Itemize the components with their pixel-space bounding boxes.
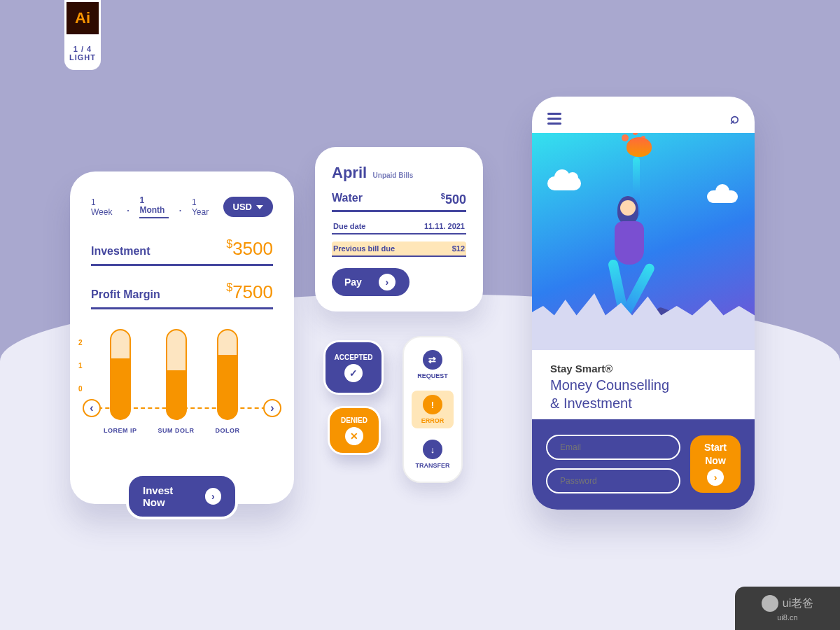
y-axis-ticks: 2 1 0 [78,339,83,393]
chevron-down-icon [256,205,263,209]
bill-main-row: Water $500 [332,192,466,212]
close-icon: ✕ [345,427,363,445]
bar-2 [166,329,187,420]
transfer-badge[interactable]: ↓ TRANSFER [416,440,450,469]
time-range-tabs: 1 Week . 1 Month . 1 Year USD [91,195,273,218]
investment-stat: Investment $3500 [91,238,273,266]
watermark-logo-icon [762,595,778,612]
stat-value: 3500 [232,238,273,259]
piggy-bank-icon [626,137,652,157]
arrow-right-icon: › [205,488,221,505]
start-now-button[interactable]: Start Now › [690,435,741,493]
currency-select[interactable]: USD [223,197,273,217]
cloud-icon [707,190,738,203]
arrow-right-icon: › [707,469,724,486]
currency-value: USD [233,202,252,212]
check-icon: ✓ [344,364,363,382]
email-input[interactable] [546,435,680,460]
bill-name: Water [332,192,363,207]
status-badge-column: ⇄ REQUEST ! ERROR ↓ TRANSFER [402,336,463,483]
ai-mode: LIGHT [69,53,96,62]
bill-amount: 500 [445,192,466,206]
swap-icon: ⇄ [423,350,442,370]
login-form: Start Now › [532,419,755,510]
denied-chip[interactable]: DENIED ✕ [328,406,381,455]
hero-illustration [532,133,755,350]
tab-1-month[interactable]: 1 Month [139,195,168,218]
bills-card: April Unpaid Bills Water $500 Due date11… [315,147,483,312]
brand-title: Stay Smart® [550,363,736,374]
profit-stat: Profit Margin $7500 [91,281,273,309]
phone-mockup: ⌕ Stay Smart® Money Counselling& Investm… [532,97,755,510]
chart-prev-button[interactable]: ‹ [83,399,101,417]
accepted-chip[interactable]: ACCEPTED ✓ [323,340,384,395]
ai-file-label: Ai 1 / 4 LIGHT [62,0,104,70]
stat-label: Profit Margin [91,288,160,301]
bills-subtitle: Unpaid Bills [373,172,414,179]
arrow-right-icon: › [379,274,396,290]
ai-count: 1 / 4 [74,45,92,53]
request-badge[interactable]: ⇄ REQUEST [417,350,448,379]
tagline: Money Counselling& Investment [550,376,736,412]
investment-card: 1 Week . 1 Month . 1 Year USD Investment… [70,172,294,504]
alert-icon: ! [423,395,442,414]
download-icon: ↓ [423,440,442,459]
error-badge[interactable]: ! ERROR [412,391,454,428]
due-date-row: Due date11.11. 2021 [332,219,466,234]
bar-chart: 2 1 0 ‹ › LOREM IP SUM DOLR DOLOR [91,329,273,469]
tab-1-week[interactable]: 1 Week [91,197,116,217]
pay-button[interactable]: Pay › [332,268,410,296]
menu-icon[interactable] [547,113,561,125]
stat-label: Investment [91,245,150,258]
search-icon[interactable]: ⌕ [730,109,739,127]
cloud-icon [547,176,581,190]
ai-icon: Ai [64,0,101,36]
watermark: ui老爸 ui8.cn [735,587,840,630]
tab-1-year[interactable]: 1 Year [192,197,214,217]
bills-heading: April [332,164,367,181]
chart-next-button[interactable]: › [263,399,281,417]
stat-value: 7500 [232,281,273,302]
password-input[interactable] [546,468,680,493]
bar-3 [217,329,238,420]
previous-bill-row: Previous bill due$12 [332,241,466,257]
invest-now-button[interactable]: Invest Now › [126,473,238,519]
bar-1 [110,329,131,420]
